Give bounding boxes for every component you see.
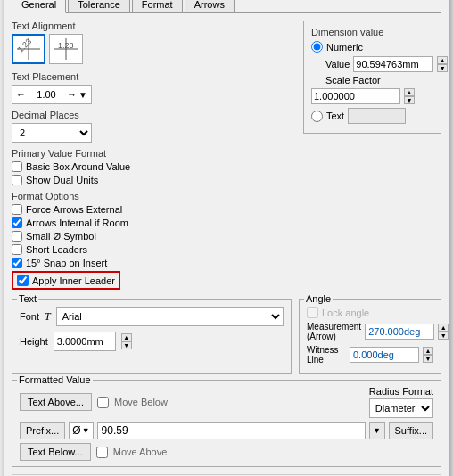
show-dual-checkbox[interactable] xyxy=(12,175,22,185)
text-section-label: Text xyxy=(17,293,38,304)
text-section: Text Font T Arial Height ▲ ▼ xyxy=(12,299,292,374)
tab-arrows[interactable]: Arrows xyxy=(185,0,235,12)
measurement-spin-up[interactable]: ▲ xyxy=(438,324,449,332)
dimension-value-label: Dimension value xyxy=(311,27,433,37)
numeric-radio[interactable] xyxy=(311,41,323,53)
text-below-button[interactable]: Text Below... xyxy=(20,443,91,461)
angle-section: Angle Lock angle Measurement (Arrow) ▲ ▼… xyxy=(299,299,441,374)
arrows-internal-row: Arrows Internal if Room xyxy=(12,217,296,228)
measurement-row: Measurement (Arrow) ▲ ▼ xyxy=(307,322,433,341)
decimal-places-select[interactable]: 2 xyxy=(12,123,92,143)
height-label: Height xyxy=(20,336,48,347)
scale-value-row: ▲ ▼ xyxy=(311,88,433,104)
format-options-group: Format Options Force Arrows External Arr… xyxy=(12,191,296,290)
primary-format-label: Primary Value Format xyxy=(12,148,296,159)
height-spin-down[interactable]: ▼ xyxy=(121,341,132,349)
scale-row: Scale Factor xyxy=(311,75,433,86)
svg-text:1.23: 1.23 xyxy=(58,41,74,50)
arrows-internal-checkbox[interactable] xyxy=(12,217,22,228)
value-spinbox: ▲ ▼ xyxy=(437,56,448,72)
text-placement-label: Text Placement xyxy=(12,71,296,82)
diameter-symbol: Ø ▼ xyxy=(69,422,93,439)
value-input[interactable] xyxy=(353,56,433,72)
lock-angle-checkbox[interactable] xyxy=(307,307,318,318)
witness-spin-up[interactable]: ▲ xyxy=(423,347,433,355)
value-label: Value xyxy=(325,59,350,70)
value-spin-down[interactable]: ▼ xyxy=(437,64,448,72)
height-row: Height ▲ ▼ xyxy=(20,332,284,351)
format-bottom-row: Text Below... Move Above xyxy=(20,443,433,461)
dialog-window: Radius Dimension Properties ? ✕ General … xyxy=(4,0,449,476)
tab-bar: General Tolerance Format Arrows xyxy=(12,0,441,13)
suffix-button[interactable]: Suffix... xyxy=(389,422,433,439)
height-input[interactable] xyxy=(54,332,116,351)
value-row: Value ▲ ▼ xyxy=(311,56,433,72)
primary-value-format: Primary Value Format Basic Box Around Va… xyxy=(12,148,296,185)
measurement-label: Measurement (Arrow) xyxy=(307,322,361,341)
witness-input[interactable] xyxy=(350,347,419,363)
text-above-button[interactable]: Text Above... xyxy=(20,393,92,411)
formatted-value-section: Formatted Value Text Above... Move Below… xyxy=(12,380,441,467)
apply-inner-highlighted: Apply Inner Leader xyxy=(12,271,120,290)
small-symbol-checkbox[interactable] xyxy=(12,231,22,242)
witness-spin-down[interactable]: ▼ xyxy=(423,355,433,363)
angle-section-label: Angle xyxy=(304,293,333,304)
scale-spin-up[interactable]: ▲ xyxy=(404,88,415,96)
height-spin-up[interactable]: ▲ xyxy=(121,333,132,341)
value-text: 90.59 xyxy=(102,424,128,437)
text-dim-input[interactable] xyxy=(348,108,406,124)
align-option-2[interactable]: 1.23 xyxy=(49,34,83,64)
scale-label: Scale Factor xyxy=(325,75,381,86)
measurement-spin-down[interactable]: ▼ xyxy=(438,332,449,340)
tab-tolerance[interactable]: Tolerance xyxy=(68,0,130,12)
radius-format-container: Radius Format Diameter xyxy=(369,386,433,418)
font-select[interactable]: Arial xyxy=(56,307,284,326)
short-leaders-label: Short Leaders xyxy=(26,244,87,255)
witness-spinbox: ▲ ▼ xyxy=(423,347,433,363)
dimension-value-panel: Dimension value Numeric Value ▲ ▼ xyxy=(303,21,441,134)
measurement-input[interactable] xyxy=(365,324,434,340)
format-options-label: Format Options xyxy=(12,191,296,201)
text-alignment-label: Text Alignment xyxy=(12,21,296,31)
scale-input[interactable] xyxy=(311,88,400,104)
move-above-checkbox[interactable] xyxy=(96,447,108,458)
arrow-right-icon: → xyxy=(67,89,77,100)
text-radio[interactable] xyxy=(311,111,323,122)
scale-spin-down[interactable]: ▼ xyxy=(404,96,415,104)
lock-angle-label: Lock angle xyxy=(322,308,369,318)
value-dropdown[interactable]: ▼ xyxy=(369,422,385,439)
tab-format[interactable]: Format xyxy=(132,0,183,12)
text-placement-control[interactable]: ← 1.00 → ▼ xyxy=(12,85,92,104)
radius-format-select[interactable]: Diameter xyxy=(369,398,433,418)
decimal-places-label: Decimal Places xyxy=(12,110,296,120)
basic-box-checkbox[interactable] xyxy=(12,161,22,172)
force-arrows-row: Force Arrows External xyxy=(12,204,296,215)
basic-box-row: Basic Box Around Value xyxy=(12,161,296,172)
font-label: Font xyxy=(20,311,39,322)
apply-inner-label: Apply Inner Leader xyxy=(32,275,115,286)
dropdown-arrow-icon[interactable]: ▼ xyxy=(82,426,90,435)
font-row: Font T Arial xyxy=(20,307,284,326)
placement-value: 1.00 xyxy=(28,89,65,100)
show-dual-label: Show Dual Units xyxy=(26,175,98,185)
witness-row: Witness Line ▲ ▼ xyxy=(307,345,433,365)
move-below-checkbox[interactable] xyxy=(97,397,109,408)
font-icon: T xyxy=(45,310,51,324)
numeric-radio-row: Numeric xyxy=(311,41,433,53)
witness-label: Witness Line xyxy=(307,345,346,365)
snap-insert-checkbox[interactable] xyxy=(12,258,22,268)
text-alignment-group: 1.23 1.23 xyxy=(12,34,296,64)
force-arrows-label: Force Arrows External xyxy=(26,204,122,215)
prefix-button[interactable]: Prefix... xyxy=(20,422,65,439)
move-above-label: Move Above xyxy=(113,447,168,457)
placement-dropdown-icon[interactable]: ▼ xyxy=(78,90,87,100)
numeric-label: Numeric xyxy=(326,42,363,53)
align-option-1[interactable]: 1.23 xyxy=(12,34,45,64)
force-arrows-checkbox[interactable] xyxy=(12,204,22,215)
value-spin-up[interactable]: ▲ xyxy=(437,56,448,64)
scale-spinbox: ▲ ▼ xyxy=(404,88,415,104)
tab-general[interactable]: General xyxy=(12,0,66,13)
short-leaders-checkbox[interactable] xyxy=(12,244,22,255)
apply-inner-checkbox[interactable] xyxy=(17,275,29,286)
basic-box-label: Basic Box Around Value xyxy=(26,161,130,172)
